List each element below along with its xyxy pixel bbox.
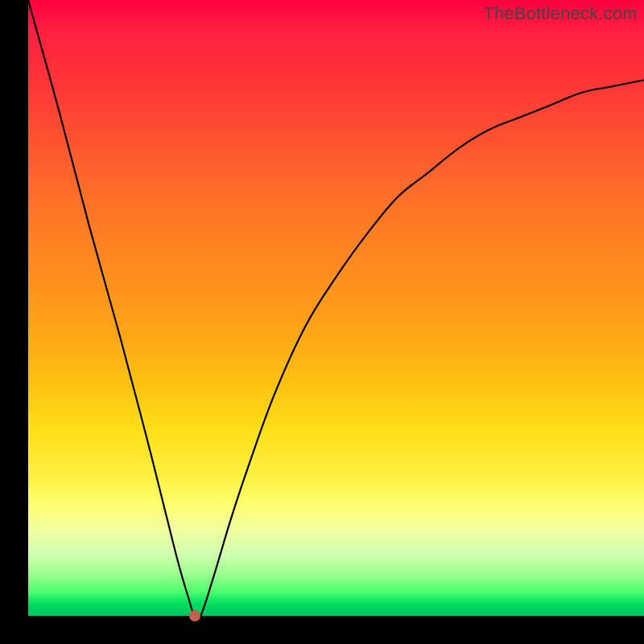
plot-area: TheBottleneck.com [28, 0, 644, 616]
bottleneck-curve [28, 0, 644, 616]
optimum-marker [189, 610, 200, 621]
chart-frame: TheBottleneck.com [0, 0, 644, 644]
